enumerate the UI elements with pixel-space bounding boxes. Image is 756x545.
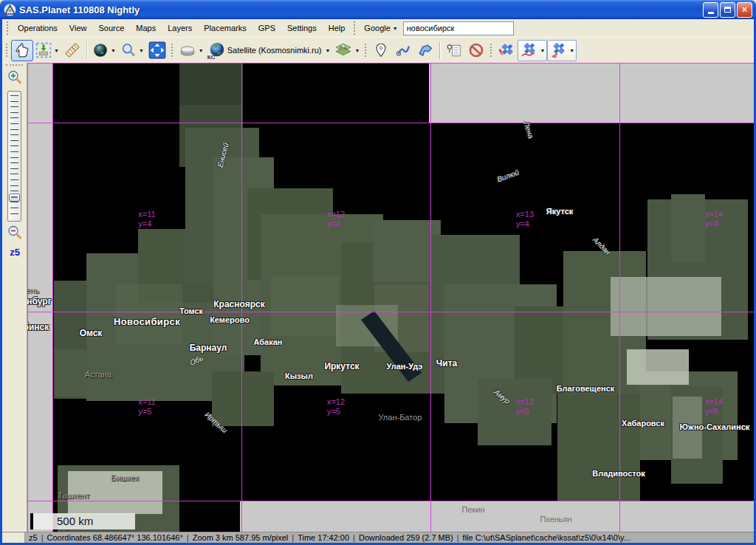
placemark-list-icon (446, 42, 462, 58)
map-label-city: Благовещенск (557, 384, 615, 393)
tile-grid-label: x=12 y=5 (327, 397, 345, 417)
main-toolbar: ▼ ▼ ▼ ▼ КС Satellite (Ko (2, 37, 754, 63)
gps-connect-button[interactable] (495, 40, 518, 61)
search-input[interactable] (403, 21, 514, 35)
map-label-river: Обь (188, 354, 205, 367)
gps-satellite-track-icon (520, 41, 537, 59)
chevron-down-icon: ▼ (199, 48, 204, 53)
grid-line-horizontal (27, 123, 754, 123)
tile-grid-label: x=12 y=4 (327, 210, 345, 229)
layers-button[interactable]: ▼ (332, 40, 362, 61)
map-label-city: Абакан (254, 337, 283, 346)
cache-mode-button[interactable]: ▼ (176, 40, 206, 61)
title-bar[interactable]: SAS.Planet 110808 Nightly × (0, 0, 756, 19)
map-label-gray: Бишкек (111, 473, 139, 482)
map-label-city: Улан-Удэ (387, 362, 423, 371)
menu-layers[interactable]: Layers (162, 21, 198, 35)
tile-grid-label: x=13 y=5 (516, 397, 534, 417)
app-icon (4, 4, 16, 16)
status-bar: z5 Coordinates 68.486647° 136.101646° Zo… (2, 532, 754, 543)
menu-help[interactable]: Help (323, 21, 351, 35)
grid-line-vertical (52, 63, 53, 532)
menu-grip[interactable] (7, 21, 9, 35)
gps-track-button[interactable]: ▼ (518, 40, 547, 61)
zoom-in-button[interactable] (6, 69, 24, 86)
menu-gps[interactable]: GPS (252, 21, 281, 35)
search-provider-button[interactable]: Google ▼ (360, 22, 401, 34)
map-label-city: Барнаул (190, 343, 227, 353)
grid-line-vertical (430, 63, 431, 532)
add-polygon-button[interactable] (414, 40, 436, 61)
menu-operations[interactable]: Operations (12, 21, 63, 35)
map-source-button[interactable]: КС Satellite (Kosmosnimki.ru) ▼ (206, 40, 333, 61)
menu-bar: Operations View Source Maps Layers Place… (2, 19, 754, 37)
tile-grid-label: x=11 y=5 (138, 397, 155, 417)
toolbar-grip-4[interactable] (490, 44, 492, 57)
menu-settings[interactable]: Settings (281, 21, 323, 35)
zoom-out-icon (7, 224, 23, 241)
map-label-city: Владивосток (592, 469, 645, 478)
zoom-tool-button[interactable]: ▼ (118, 40, 146, 61)
map-label-river: Енисей (216, 142, 230, 168)
menu-view[interactable]: View (63, 21, 93, 35)
map-label-city: Красноярск (213, 299, 264, 309)
map-label-city: Чита (436, 358, 457, 369)
select-region-icon (35, 42, 52, 58)
map-label-city: Новосибирск (114, 316, 180, 327)
close-button[interactable]: × (737, 2, 752, 18)
map-viewport[interactable]: x=11 y=4x=12 y=4x=13 y=4x=14 y=4x=11 y=5… (27, 63, 754, 532)
fullscreen-button[interactable] (146, 40, 168, 61)
placemark-manager-button[interactable] (443, 40, 465, 61)
magnifier-icon (120, 42, 137, 58)
status-zoom: z5 (25, 533, 41, 542)
grid-line-horizontal (27, 312, 754, 312)
map-label-city: Кызыл (285, 371, 313, 380)
chevron-down-icon: ▼ (540, 48, 545, 53)
menu-maps[interactable]: Maps (130, 21, 162, 35)
selection-manager-button[interactable]: ▼ (33, 40, 61, 61)
scale-bar: 500 km (30, 513, 135, 529)
map-label-river: Амур (492, 388, 511, 405)
toolbar-grip-3[interactable] (365, 44, 367, 57)
disk-icon (179, 42, 196, 58)
map-label-city: Якутск (546, 207, 574, 216)
menu-source[interactable]: Source (92, 21, 130, 35)
map-label-gray: Астана (85, 370, 111, 379)
toolbar-grip-2[interactable] (171, 44, 173, 57)
zoom-slider-handle[interactable] (9, 193, 20, 202)
map-label-city: Челябинск (27, 322, 49, 332)
map-label-gray: Улан-Батор (379, 413, 422, 422)
chevron-down-icon: ▼ (393, 26, 398, 31)
placemark-icon (373, 42, 389, 58)
add-placemark-button[interactable] (370, 40, 392, 61)
add-path-button[interactable] (392, 40, 414, 61)
grid-line-horizontal (27, 63, 754, 64)
ruler-icon (65, 43, 80, 58)
status-scale: Zoom 3 km 587.95 m/pixel (189, 533, 292, 542)
scale-bar-label: 500 km (57, 515, 93, 527)
chevron-down-icon: ▼ (326, 48, 331, 53)
dark-globe-icon (92, 42, 109, 58)
map-overlay: x=11 y=4x=12 y=4x=13 y=4x=14 y=4x=11 y=5… (27, 63, 754, 532)
hide-marks-button[interactable] (465, 40, 487, 61)
zoom-slider[interactable] (7, 91, 21, 222)
zoom-sidebar: z5 (2, 63, 27, 532)
pan-tool-button[interactable] (11, 40, 33, 61)
zoom-in-icon (7, 69, 23, 86)
chevron-down-icon: ▼ (139, 48, 144, 53)
map-label-gray: Тюмень (27, 286, 39, 295)
map-source-label: Satellite (Kosmosnimki.ru) (227, 46, 322, 55)
menu-placemarks[interactable]: Placemarks (198, 21, 252, 35)
globe-tool-button[interactable]: ▼ (90, 40, 118, 61)
sidebar-grip[interactable] (6, 64, 23, 66)
restore-button[interactable] (720, 2, 735, 18)
map-label-city: Иркутск (324, 361, 359, 371)
toolbar-grip-1[interactable] (6, 44, 8, 57)
grid-line-vertical (619, 63, 620, 532)
search-toolbar-grip[interactable] (354, 21, 356, 35)
tile-grid-label: x=14 y=5 (705, 397, 723, 417)
zoom-out-button[interactable] (6, 224, 24, 241)
gps-position-button[interactable]: ▼ (547, 40, 577, 61)
ruler-button[interactable] (61, 40, 83, 61)
minimize-button[interactable] (703, 2, 718, 18)
